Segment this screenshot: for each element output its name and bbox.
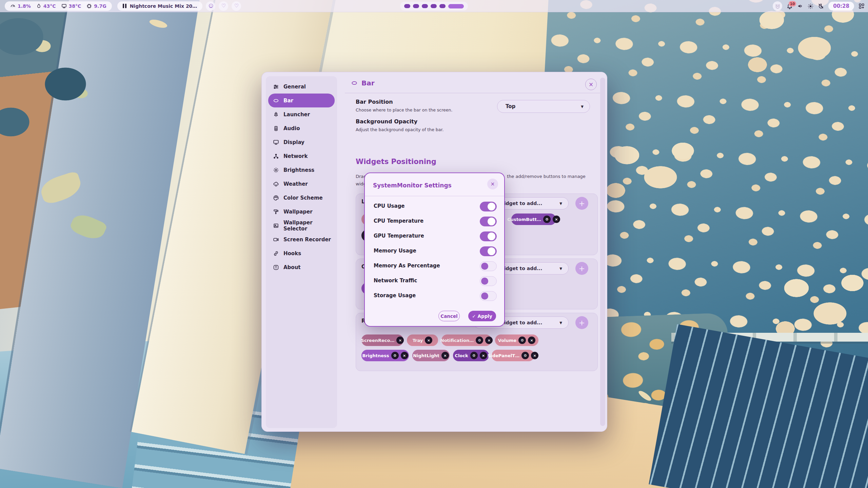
widget-chip-tray[interactable]: Tray × [407,334,438,346]
overview-button[interactable] [859,3,865,9]
cpu-usage-toggle[interactable] [480,202,497,211]
remove-icon[interactable]: × [480,352,487,359]
toggle-row-storage-usage: Storage Usage [365,288,504,303]
workspace-dot[interactable] [404,4,410,8]
memory-as-percentage-toggle[interactable] [480,261,497,271]
settings-window: General Bar Launcher Audio Display Netwo… [261,72,607,432]
check-icon: ✓ [472,313,476,319]
night-light-off-icon [818,3,824,9]
widget-chip-volume[interactable]: Volume ⚙ × [495,334,538,346]
brightness-button[interactable] [808,3,813,9]
memory-usage-toggle[interactable] [480,246,497,256]
sidebar-item-audio[interactable]: Audio [268,121,335,135]
cpu-temperature-toggle[interactable] [480,217,497,226]
remove-icon[interactable]: × [441,352,449,359]
apply-button-label: Apply [478,313,492,319]
pause-icon[interactable] [123,4,126,8]
widget-chip-notification[interactable]: Notification… ⚙ × [441,334,492,346]
add-widget-button[interactable]: + [575,262,588,275]
sidebar-item-weather[interactable]: Weather [268,177,335,191]
volume-button[interactable] [797,3,803,9]
skull-icon [208,3,213,8]
sidebar-item-label: Color Scheme [283,195,323,201]
remove-icon[interactable]: × [396,337,404,344]
heart-icon: ♡ [221,3,226,8]
window-close-button[interactable]: × [585,79,597,90]
remove-icon[interactable]: × [485,337,493,344]
sidebar-item-wallpaper-selector[interactable]: Wallpaper Selector [268,219,335,232]
widget-chip-screenrecorder[interactable]: ScreenReco… × [361,334,403,346]
remove-icon[interactable]: × [528,337,535,344]
tray-app-icon [775,4,780,9]
plus-icon: + [579,199,585,208]
network-traffic-toggle[interactable] [480,276,497,286]
add-widget-button[interactable]: + [575,316,588,329]
bar-position-dropdown[interactable]: Top ▼ [497,100,590,113]
add-widget-button[interactable]: + [575,197,588,210]
gpu-temp-stat: 38°C [61,3,81,9]
sidebar-item-about[interactable]: About [268,260,335,274]
remove-icon[interactable]: × [553,216,560,223]
workspace-dot[interactable] [422,4,428,8]
skull-button[interactable] [206,1,215,11]
sidebar-item-launcher[interactable]: Launcher [268,107,335,121]
workspace-dot[interactable] [413,4,419,8]
toggle-label: Storage Usage [374,292,416,299]
sidebar-item-color-scheme[interactable]: Color Scheme [268,191,335,205]
paint-roller-icon [273,209,279,215]
sidebar-item-screen-recorder[interactable]: Screen Recorder [268,232,335,246]
palette-icon [273,195,279,201]
widget-chip-sidepanel[interactable]: SidePanelT… ⚙ × [492,350,534,361]
workspace-indicator[interactable] [400,2,468,11]
workspace-dot[interactable] [439,4,446,8]
toggle-row-cpu-usage: CPU Usage [365,199,504,214]
workspace-dot[interactable] [431,4,437,8]
sidebar-item-label: Hooks [283,250,301,257]
rocket-icon [273,111,279,118]
sidebar-item-bar[interactable]: Bar [268,94,335,107]
system-stats-module[interactable]: 1.8% 43°C 38°C 9.7G [5,1,112,11]
storage-usage-toggle[interactable] [480,291,497,301]
night-light-button[interactable] [818,3,824,9]
gear-icon[interactable]: ⚙ [518,337,526,344]
bar-position-label: Bar Position [356,99,393,105]
remove-icon[interactable]: × [401,352,408,359]
gear-icon[interactable]: ⚙ [476,337,483,344]
workspace-dot-active[interactable] [448,4,464,8]
remove-icon[interactable]: × [425,337,432,344]
brightness-icon [273,167,279,173]
cancel-button[interactable]: Cancel [438,311,460,321]
widget-chip-clock[interactable]: Clock ⚙ × [453,350,489,361]
clock-module[interactable]: 00:28 [828,2,854,11]
sidebar-item-label: Display [283,139,304,145]
gear-icon[interactable]: ⚙ [543,216,551,223]
widgets-description-fragment: the add/remove buttons to manage [507,174,586,179]
sidebar-item-wallpaper[interactable]: Wallpaper [268,205,335,219]
gear-icon[interactable]: ⚙ [521,352,529,359]
apply-button[interactable]: ✓ Apply [468,311,496,321]
header-divider [345,93,603,93]
remove-icon[interactable]: × [531,352,538,359]
media-player-module[interactable]: Nightcore Music Mix 20… [117,1,203,11]
widget-chip-brightness[interactable]: Brightness ⚙ × [361,350,409,361]
gear-icon[interactable]: ⚙ [391,352,399,359]
memory-value: 9.7G [94,3,106,9]
notifications-button[interactable]: 10 [787,3,793,9]
gear-icon[interactable]: ⚙ [470,352,478,359]
video-camera-icon [273,237,279,243]
sidebar-item-brightness[interactable]: Brightness [268,163,335,177]
sidebar-item-hooks[interactable]: Hooks [268,246,335,260]
sidebar-item-display[interactable]: Display [268,135,335,149]
sidebar-item-network[interactable]: Network [268,149,335,163]
heart-button[interactable]: ♡ [219,1,228,11]
scrollbar-track[interactable] [600,78,605,426]
widget-chip-nightlight[interactable]: NightLight × [412,350,450,361]
widget-chip-custombutton[interactable]: CustomButt… ⚙ × [511,214,556,225]
gpu-temperature-toggle[interactable] [480,231,497,241]
sidebar-item-label: Wallpaper [283,209,313,215]
dialog-close-button[interactable]: × [487,179,498,189]
tray-app-button[interactable] [773,1,782,11]
sidebar-item-general[interactable]: General [268,80,335,94]
heart-button[interactable]: ♡ [232,1,241,11]
toggle-row-network-traffic: Network Traffic [365,273,504,288]
